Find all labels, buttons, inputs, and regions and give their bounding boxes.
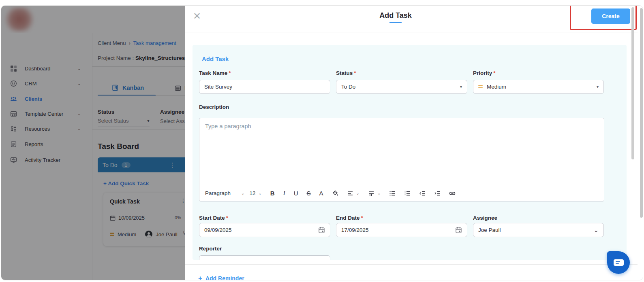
add-reminder-label: Add Reminder — [205, 275, 244, 280]
task-name-input[interactable]: Site Survey — [199, 80, 330, 94]
reporter-label: Reporter — [199, 246, 222, 252]
required-mark: * — [493, 70, 495, 76]
chat-widget-button[interactable] — [607, 251, 630, 274]
highlight-color-button[interactable] — [332, 190, 338, 197]
chevron-down-icon: ⌄ — [593, 229, 599, 232]
chevron-down-icon: ⌄ — [258, 191, 261, 195]
align-button[interactable]: ⌄ — [347, 190, 359, 197]
start-date-input[interactable]: 09/09/2025 — [199, 223, 330, 237]
page-scrollbar[interactable] — [640, 8, 643, 218]
bulleted-list-button[interactable] — [389, 190, 396, 197]
description-label: Description — [199, 104, 229, 110]
required-mark: * — [361, 215, 363, 221]
start-date-label: Start Date* — [199, 215, 228, 221]
indent-button[interactable] — [434, 190, 441, 197]
modal-title-wrap: Add Task — [185, 11, 606, 23]
task-name-value: Site Survey — [204, 84, 232, 90]
editor-toolbar: Paragraph ⌄ 12 ⌄ B I U S A — [205, 190, 599, 197]
browser-viewport: Dashboard ⌄ CRM ⌄ Clients Te — [1, 5, 643, 280]
chevron-down-icon: ⌄ — [356, 191, 359, 195]
modal-scrollbar[interactable] — [631, 7, 634, 159]
modal-backdrop — [1, 6, 185, 280]
calendar-icon[interactable] — [455, 227, 462, 233]
chevron-down-icon: ⌄ — [241, 191, 244, 195]
add-task-form-section: Add Task Task Name* Status* Priority* Si… — [193, 45, 627, 260]
italic-button[interactable]: I — [283, 190, 285, 197]
add-task-modal: ✕ Add Task Create Add Task Task Name* St… — [185, 6, 643, 280]
assignee-label: Assignee — [473, 215, 497, 221]
status-label: Status* — [336, 70, 356, 76]
chevron-down-icon: ⌄ — [377, 191, 381, 195]
numbered-list-button[interactable] — [404, 190, 411, 197]
assignee-value: Joe Paull — [478, 227, 501, 233]
required-mark: * — [226, 215, 228, 221]
font-size-dropdown[interactable]: 12 ⌄ — [249, 190, 261, 196]
chat-bubble-icon — [614, 259, 624, 266]
priority-value: Medium — [487, 84, 506, 90]
modal-title: Add Task — [185, 11, 606, 20]
form-section-heading: Add Task — [202, 55, 229, 62]
priority-label: Priority* — [473, 70, 496, 76]
paragraph-style-dropdown[interactable]: Paragraph ⌄ — [205, 190, 244, 196]
task-name-label: Task Name* — [199, 70, 231, 76]
underline-button[interactable]: U — [294, 190, 298, 197]
plus-icon: + — [198, 274, 202, 280]
divider — [185, 32, 638, 32]
description-editor[interactable]: Type a paragraph Paragraph ⌄ 12 ⌄ B I U … — [199, 118, 604, 201]
end-date-input[interactable]: 17/09/2025 — [336, 223, 467, 237]
required-mark: * — [354, 70, 356, 76]
text-direction-button[interactable]: ⌄ — [368, 190, 381, 197]
status-select[interactable]: To Do ▾ — [336, 80, 467, 94]
dropdown-arrow-icon: ▾ — [460, 85, 462, 89]
end-date-value: 17/09/2025 — [341, 227, 369, 233]
required-mark: * — [229, 70, 231, 76]
modal-title-underline — [389, 22, 402, 23]
start-date-value: 09/09/2025 — [204, 227, 232, 233]
description-placeholder: Type a paragraph — [205, 123, 251, 129]
link-button[interactable] — [449, 190, 456, 197]
outdent-button[interactable] — [419, 190, 426, 197]
add-reminder-link[interactable]: + Add Reminder — [198, 274, 244, 280]
assignee-select[interactable]: Joe Paull ⌄ — [473, 223, 604, 237]
priority-select[interactable]: Medium ▾ — [473, 80, 604, 94]
calendar-icon[interactable] — [318, 227, 325, 233]
strikethrough-button[interactable]: S — [307, 190, 311, 197]
divider — [185, 264, 638, 265]
status-value: To Do — [341, 84, 355, 90]
reporter-input[interactable] — [199, 255, 330, 260]
priority-medium-icon — [478, 84, 483, 89]
bold-button[interactable]: B — [270, 190, 275, 197]
end-date-label: End Date* — [336, 215, 363, 221]
font-color-button[interactable]: A — [319, 190, 323, 197]
dropdown-arrow-icon: ▾ — [597, 85, 599, 89]
create-button[interactable]: Create — [591, 8, 630, 24]
